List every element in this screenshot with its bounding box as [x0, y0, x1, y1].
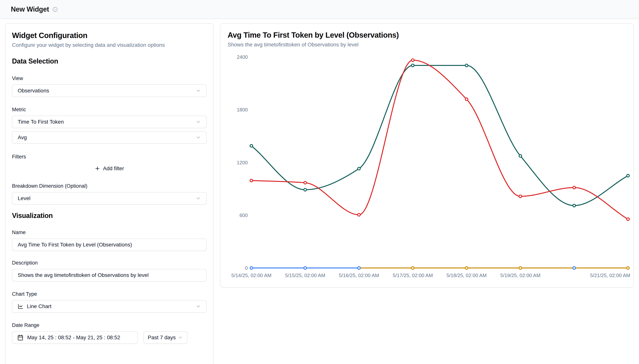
chevron-down-icon: [196, 304, 201, 309]
calendar-icon: [17, 334, 24, 340]
plus-icon: [95, 166, 100, 171]
y-axis-labels: 0600120018002400: [237, 54, 248, 271]
chevron-down-icon: [178, 335, 183, 340]
y-tick-label: 2400: [237, 54, 248, 60]
page-title: New Widget: [11, 5, 49, 13]
data-point: [465, 267, 468, 269]
chart-type-select[interactable]: Line Chart: [12, 300, 207, 313]
date-range-label: Date Range: [12, 322, 207, 328]
data-point: [304, 182, 307, 184]
info-icon[interactable]: [53, 7, 58, 12]
x-tick-label: 5/21/25, 02:00 AM: [590, 272, 630, 278]
data-point: [627, 267, 629, 269]
data-point: [411, 267, 414, 269]
x-tick-label: 5/18/25, 02:00 AM: [446, 272, 487, 278]
filters-label: Filters: [12, 154, 207, 160]
data-point: [358, 167, 360, 170]
data-point: [573, 267, 575, 269]
y-tick-label: 1200: [237, 160, 248, 166]
breakdown-label: Breakdown Dimension (Optional): [12, 183, 207, 189]
data-point: [627, 218, 629, 220]
description-label: Description: [12, 260, 207, 266]
date-preset-button[interactable]: Past 7 days: [143, 331, 187, 344]
x-tick-label: 5/14/25, 02:00 AM: [231, 272, 271, 278]
description-input[interactable]: [12, 269, 207, 282]
data-point: [465, 98, 468, 100]
x-tick-label: 5/17/25, 02:00 AM: [393, 272, 433, 278]
data-point: [304, 188, 307, 191]
date-preset-value: Past 7 days: [148, 334, 176, 340]
line-chart-icon: [18, 304, 24, 309]
series-teal: [250, 64, 629, 207]
data-selection-heading: Data Selection: [12, 57, 207, 66]
y-tick-label: 1800: [237, 107, 248, 112]
metric-select[interactable]: Time To First Token: [12, 116, 207, 128]
x-tick-label: 5/16/25, 02:00 AM: [339, 272, 379, 278]
view-select-value: Observations: [18, 88, 49, 94]
date-range-value: May 14, 25 : 08:52 - May 21, 25 : 08:52: [27, 334, 120, 340]
data-point: [411, 59, 414, 62]
chevron-down-icon: [196, 135, 201, 140]
data-point: [250, 144, 253, 147]
data-point: [573, 204, 575, 207]
data-point: [627, 174, 629, 177]
data-point: [411, 64, 414, 67]
data-point: [465, 64, 468, 67]
aggregation-select[interactable]: Avg: [12, 131, 207, 144]
series-line: [251, 60, 628, 219]
data-point: [304, 267, 307, 269]
y-tick-label: 600: [240, 212, 248, 218]
metric-label: Metric: [12, 106, 207, 112]
chevron-down-icon: [196, 119, 201, 124]
x-axis-labels: 5/14/25, 02:00 AM5/15/25, 02:00 AM5/16/2…: [231, 272, 630, 278]
data-point: [519, 195, 522, 198]
data-point: [358, 267, 360, 269]
series-red: [250, 59, 629, 220]
data-point: [358, 214, 360, 216]
data-point: [250, 267, 253, 269]
x-tick-label: 5/19/25, 02:00 AM: [500, 272, 540, 278]
visualization-heading: Visualization: [12, 212, 207, 220]
chart-title: Avg Time To First Token by Level (Observ…: [228, 30, 626, 40]
chart-panel: Avg Time To First Token by Level (Observ…: [220, 23, 634, 288]
data-point: [250, 179, 253, 182]
view-select[interactable]: Observations: [12, 84, 207, 97]
config-title: Widget Configuration: [12, 31, 207, 40]
chevron-down-icon: [196, 88, 201, 94]
series-amber: [358, 267, 629, 269]
data-point: [573, 186, 575, 189]
breakdown-select[interactable]: Level: [12, 192, 207, 205]
add-filter-label: Add filter: [103, 166, 124, 172]
config-subtitle: Configure your widget by selecting data …: [12, 42, 207, 48]
metric-select-value: Time To First Token: [18, 119, 64, 125]
series-line: [251, 66, 628, 206]
view-label: View: [12, 75, 207, 82]
y-tick-label: 0: [245, 265, 248, 271]
line-chart[interactable]: 06001200180024005/14/25, 02:00 AM5/15/25…: [220, 24, 634, 288]
data-point: [519, 154, 522, 157]
chevron-down-icon: [196, 196, 201, 201]
chart-subtitle: Shows the avg timetofirsttoken of Observ…: [228, 42, 626, 48]
chart-type-label: Chart Type: [12, 291, 207, 297]
data-point: [519, 267, 522, 269]
chart-type-select-value: Line Chart: [27, 303, 51, 310]
add-filter-button[interactable]: Add filter: [12, 163, 207, 174]
aggregation-select-value: Avg: [18, 134, 27, 140]
name-label: Name: [12, 229, 207, 236]
breakdown-select-value: Level: [18, 195, 31, 202]
widget-config-panel: Widget Configuration Configure your widg…: [5, 23, 214, 364]
name-input[interactable]: [12, 238, 207, 251]
page-header: New Widget: [0, 0, 639, 19]
date-range-button[interactable]: May 14, 25 : 08:52 - May 21, 25 : 08:52: [12, 331, 138, 344]
x-tick-label: 5/15/25, 02:00 AM: [285, 272, 325, 278]
